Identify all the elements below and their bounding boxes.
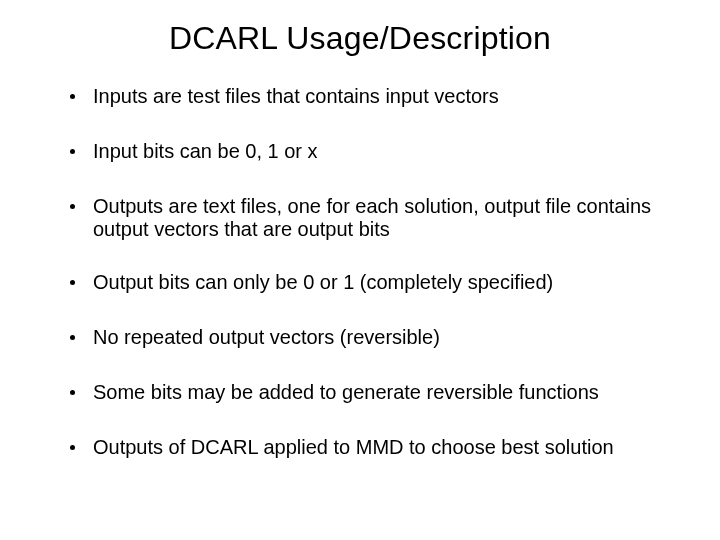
bullet-text: Input bits can be 0, 1 or x <box>93 140 660 163</box>
slide-content: Inputs are test files that contains inpu… <box>0 85 720 459</box>
list-item: Output bits can only be 0 or 1 (complete… <box>70 271 660 294</box>
list-item: Outputs are text files, one for each sol… <box>70 195 660 241</box>
bullet-icon <box>70 280 75 285</box>
bullet-icon <box>70 445 75 450</box>
bullet-text: Some bits may be added to generate rever… <box>93 381 660 404</box>
bullet-icon <box>70 335 75 340</box>
bullet-text: Inputs are test files that contains inpu… <box>93 85 660 108</box>
bullet-icon <box>70 204 75 209</box>
bullet-text: Outputs are text files, one for each sol… <box>93 195 660 241</box>
list-item: Some bits may be added to generate rever… <box>70 381 660 404</box>
bullet-icon <box>70 94 75 99</box>
bullet-text: Outputs of DCARL applied to MMD to choos… <box>93 436 660 459</box>
slide-title: DCARL Usage/Description <box>0 20 720 57</box>
bullet-icon <box>70 149 75 154</box>
list-item: No repeated output vectors (reversible) <box>70 326 660 349</box>
bullet-icon <box>70 390 75 395</box>
bullet-text: No repeated output vectors (reversible) <box>93 326 660 349</box>
list-item: Input bits can be 0, 1 or x <box>70 140 660 163</box>
bullet-text: Output bits can only be 0 or 1 (complete… <box>93 271 660 294</box>
list-item: Inputs are test files that contains inpu… <box>70 85 660 108</box>
list-item: Outputs of DCARL applied to MMD to choos… <box>70 436 660 459</box>
